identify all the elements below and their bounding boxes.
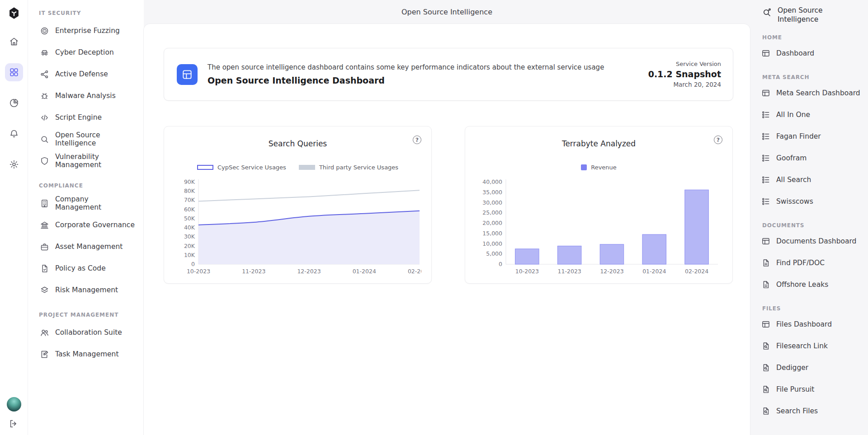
sidebar-section-title: IT SECURITY bbox=[39, 10, 139, 16]
sidebar-item-malware-analysis[interactable]: Malware Analysis bbox=[37, 85, 139, 107]
right-panel-section-title: META SEARCH bbox=[762, 74, 861, 80]
chart-title: Terrabyte Analyzed bbox=[476, 139, 722, 148]
right-panel-item-swisscows[interactable]: Swisscows bbox=[761, 191, 861, 212]
svg-text:80K: 80K bbox=[184, 187, 195, 194]
dashboard-banner-icon bbox=[177, 64, 198, 85]
sidebar-item-label: Script Engine bbox=[55, 113, 102, 122]
svg-text:11-2023: 11-2023 bbox=[558, 268, 581, 275]
right-panel-item-file-pursuit[interactable]: File Pursuit bbox=[761, 379, 861, 400]
svg-text:90K: 90K bbox=[184, 178, 195, 185]
dashboard-window-icon bbox=[181, 69, 193, 80]
rail-nav bbox=[5, 33, 23, 173]
rail-settings-button[interactable] bbox=[5, 155, 23, 173]
svg-text:01-2024: 01-2024 bbox=[353, 268, 376, 275]
svg-text:10K: 10K bbox=[184, 252, 195, 258]
sidebar-item-vulnerability-management[interactable]: Vulnerability Management bbox=[37, 150, 139, 172]
svg-text:10,000: 10,000 bbox=[482, 240, 502, 247]
right-panel-item-offshore-leaks[interactable]: Offshore Leaks bbox=[761, 274, 861, 295]
right-panel-item-label: File Pursuit bbox=[776, 385, 814, 393]
sidebar-item-collaboration-suite[interactable]: Collaboration Suite bbox=[37, 322, 139, 343]
bar-chart: 05,00010,00015,00020,00025,00030,00035,0… bbox=[476, 176, 722, 280]
legend-item[interactable]: Third party Service Usages bbox=[299, 164, 398, 171]
right-panel-item-label: All In One bbox=[776, 111, 810, 119]
main-panel: The open source intelligence dashboard c… bbox=[144, 24, 750, 435]
bank-icon bbox=[40, 220, 49, 230]
sidebar-item-label: Risk Management bbox=[55, 286, 118, 294]
help-icon[interactable] bbox=[714, 136, 722, 144]
rail-reports-button[interactable] bbox=[5, 94, 23, 112]
list-icon bbox=[761, 175, 770, 184]
app-logo-icon[interactable] bbox=[6, 5, 22, 21]
right-panel-item-label: Find PDF/DOC bbox=[776, 259, 825, 267]
rail-home-button[interactable] bbox=[5, 33, 23, 51]
window-icon bbox=[761, 320, 770, 329]
sidebar-item-risk-management[interactable]: Risk Management bbox=[37, 279, 139, 301]
home-icon bbox=[9, 37, 19, 47]
doc-search-icon bbox=[761, 385, 770, 394]
right-panel-item-goofram[interactable]: Goofram bbox=[761, 147, 861, 169]
area-chart: 010K20K30K40K50K60K70K80K90K10-202311-20… bbox=[175, 176, 421, 280]
right-panel-item-documents-dashboard[interactable]: Documents Dashboard bbox=[761, 230, 861, 252]
dashboard-info-banner: The open source intelligence dashboard c… bbox=[164, 48, 733, 101]
service-version-date: March 20, 2024 bbox=[648, 81, 721, 88]
svg-text:20K: 20K bbox=[184, 243, 195, 249]
chart-legend: Revenue bbox=[476, 164, 722, 171]
sidebar-item-open-source-intelligence[interactable]: Open Source Intelligence bbox=[37, 128, 139, 150]
right-panel-header[interactable]: Open Source Intelligence bbox=[761, 6, 861, 24]
rail-dashboard-button[interactable] bbox=[5, 63, 23, 81]
sidebar-item-company-management[interactable]: Company Management bbox=[37, 192, 139, 214]
app-logo-icon bbox=[6, 5, 22, 21]
rail-notifications-button[interactable] bbox=[5, 125, 23, 143]
right-panel-item-files-dashboard[interactable]: Files Dashboard bbox=[761, 313, 861, 335]
users-icon bbox=[40, 328, 49, 337]
sidebar-item-cyber-deception[interactable]: Cyber Deception bbox=[37, 42, 139, 63]
sidebar-item-task-management[interactable]: Task Management bbox=[37, 343, 139, 365]
right-panel-item-all-in-one[interactable]: All In One bbox=[761, 104, 861, 126]
svg-text:02-2024: 02-2024 bbox=[408, 268, 421, 275]
legend-label: CypSec Service Usages bbox=[217, 164, 286, 171]
right-panel-item-label: Goofram bbox=[776, 154, 807, 162]
right-panel-item-filesearch-link[interactable]: Filesearch Link bbox=[761, 335, 861, 357]
svg-text:70K: 70K bbox=[184, 196, 195, 203]
right-panel-item-dedigger[interactable]: Dedigger bbox=[761, 357, 861, 379]
sidebar: IT SECURITYEnterprise FuzzingCyber Decep… bbox=[28, 0, 144, 435]
svg-text:11-2023: 11-2023 bbox=[242, 268, 265, 275]
sidebar-item-label: Task Management bbox=[55, 350, 118, 358]
banner-text: The open source intelligence dashboard c… bbox=[208, 63, 648, 85]
right-panel-item-all-search[interactable]: All Search bbox=[761, 169, 861, 191]
right-panel-item-find-pdf-doc[interactable]: Find PDF/DOC bbox=[761, 252, 861, 274]
legend-item[interactable]: Revenue bbox=[581, 164, 617, 171]
svg-text:02-2024: 02-2024 bbox=[685, 268, 708, 275]
right-panel-item-meta-search-dashboard[interactable]: Meta Search Dashboard bbox=[761, 82, 861, 104]
task-icon bbox=[40, 350, 49, 359]
sidebar-item-corporate-governance[interactable]: Corporate Governance bbox=[37, 214, 139, 236]
file-check-icon bbox=[40, 264, 49, 273]
sidebar-item-active-defense[interactable]: Active Defense bbox=[37, 63, 139, 85]
right-panel-item-dashboard[interactable]: Dashboard bbox=[761, 42, 861, 64]
sidebar-item-policy-as-code[interactable]: Policy as Code bbox=[37, 257, 139, 279]
shield-icon bbox=[40, 156, 49, 166]
doc-search-icon bbox=[761, 407, 770, 416]
sidebar-item-asset-management[interactable]: Asset Management bbox=[37, 236, 139, 257]
logout-button[interactable] bbox=[9, 419, 19, 430]
user-avatar[interactable] bbox=[7, 397, 21, 412]
icon-rail bbox=[0, 0, 28, 435]
window-icon bbox=[761, 237, 770, 246]
right-panel-item-search-files[interactable]: Search Files bbox=[761, 400, 861, 422]
sidebar-item-label: Asset Management bbox=[55, 243, 123, 251]
bug-icon bbox=[40, 91, 49, 101]
right-panel-item-label: Fagan Finder bbox=[776, 132, 821, 140]
sidebar-item-label: Active Defense bbox=[55, 70, 108, 78]
svg-text:30,000: 30,000 bbox=[482, 199, 502, 206]
right-panel-item-fagan-finder[interactable]: Fagan Finder bbox=[761, 126, 861, 147]
pie-icon bbox=[9, 98, 19, 108]
building-icon bbox=[40, 199, 49, 208]
incognito-icon bbox=[40, 48, 49, 57]
sidebar-item-enterprise-fuzzing[interactable]: Enterprise Fuzzing bbox=[37, 20, 139, 42]
legend-item[interactable]: CypSec Service Usages bbox=[197, 164, 286, 171]
help-icon[interactable] bbox=[413, 136, 421, 144]
right-panel: Open Source Intelligence HOMEDashboardME… bbox=[750, 0, 868, 435]
search-icon bbox=[40, 135, 49, 144]
svg-text:50K: 50K bbox=[184, 215, 195, 222]
sidebar-item-script-engine[interactable]: Script Engine bbox=[37, 107, 139, 128]
